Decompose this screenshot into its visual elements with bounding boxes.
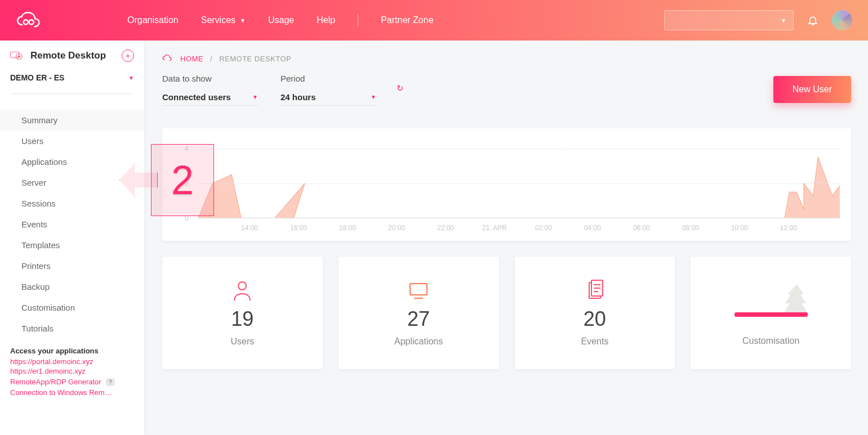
sidebar-nav: Summary Users Applications Server Sessio…	[0, 110, 144, 339]
sidebar-link-rdpgen[interactable]: RemoteApp/RDP Generator	[10, 378, 101, 386]
add-button[interactable]: +	[122, 50, 134, 62]
nav-organisation[interactable]: Organisation	[127, 15, 179, 25]
x-ticks: 14:0016:0018:0020:0022:0021. APR02:0004:…	[198, 224, 840, 235]
y-tick: 0	[185, 214, 189, 222]
refresh-icon[interactable]: ↻	[397, 83, 404, 93]
x-tick: 04:00	[584, 224, 601, 232]
x-tick: 21. APR	[482, 224, 507, 232]
x-tick: 12:00	[780, 224, 797, 232]
sidebar-org-value: DEMO ER - ES	[10, 73, 64, 82]
top-context-select[interactable]: ▼	[664, 10, 794, 30]
divider	[10, 93, 132, 94]
sidebar-title: Remote Desktop	[30, 50, 115, 61]
chevron-down-icon: ▼	[252, 94, 258, 100]
chart-panel: 14:0016:0018:0020:0022:0021. APR02:0004:…	[162, 128, 851, 241]
sidebar-header: Remote Desktop +	[0, 50, 144, 73]
filter-period-select[interactable]: 24 hours ▼	[281, 89, 376, 106]
nav-help[interactable]: Help	[317, 15, 335, 25]
svg-point-1	[29, 20, 34, 24]
chevron-down-icon: ▼	[128, 75, 134, 81]
brand-logo	[16, 11, 45, 30]
breadcrumb-current: REMOTE DESKTOP	[219, 55, 291, 63]
breadcrumb-sep: /	[210, 55, 212, 63]
card-customisation[interactable]: Customisation	[691, 257, 851, 369]
x-tick: 18:00	[339, 224, 356, 232]
chevron-down-icon: ▼	[781, 17, 786, 24]
breadcrumb-home[interactable]: HOME	[180, 55, 203, 63]
x-tick: 10:00	[731, 224, 748, 232]
nav-separator	[358, 14, 358, 26]
svg-rect-5	[410, 284, 427, 295]
card-users-value: 19	[231, 307, 253, 331]
card-apps-label: Applications	[394, 337, 443, 347]
card-events-value: 20	[584, 307, 606, 331]
sidebar-item-backup[interactable]: Backup	[0, 276, 144, 297]
filter-data: Data to show Connected users ▼	[162, 74, 258, 106]
x-axis	[198, 218, 840, 218]
sidebar-item-printers[interactable]: Printers	[0, 255, 144, 276]
filter-data-select[interactable]: Connected users ▼	[162, 89, 258, 106]
breadcrumb: HOME / REMOTE DESKTOP	[162, 54, 851, 64]
chart-area	[198, 140, 840, 218]
remote-desktop-icon	[10, 50, 24, 62]
sidebar-link-portal[interactable]: https://portal.demoinc.xyz	[10, 357, 128, 366]
nav-usage[interactable]: Usage	[268, 15, 294, 25]
card-users[interactable]: 19 Users	[162, 257, 323, 369]
y-tick: 4	[185, 145, 189, 153]
card-events[interactable]: 20 Events	[515, 257, 675, 369]
sidebar-item-sessions[interactable]: Sessions	[0, 193, 144, 214]
sidebar-link-winrem[interactable]: Connection to Windows Rem…	[10, 388, 128, 397]
sidebar-item-tutorials[interactable]: Tutorials	[0, 318, 144, 339]
help-icon[interactable]: ?	[106, 378, 115, 386]
x-tick: 20:00	[388, 224, 405, 232]
svg-point-4	[238, 282, 246, 290]
grid-line	[198, 183, 840, 184]
sidebar-item-customisation[interactable]: Customisation	[0, 297, 144, 318]
topbar: Organisation Services ▼ Usage Help Partn…	[0, 0, 868, 41]
sidebar: Remote Desktop + DEMO ER - ES ▼ Summary …	[0, 41, 144, 435]
card-customisation-label: Customisation	[742, 336, 799, 346]
chevron-down-icon: ▼	[240, 17, 246, 24]
tree-icon	[784, 284, 810, 318]
document-icon	[584, 279, 606, 302]
grid-line	[198, 149, 840, 149]
filters-row: Data to show Connected users ▼ Period 24…	[162, 74, 851, 106]
cloud-icon	[162, 54, 173, 64]
nav-partner-zone[interactable]: Partner Zone	[381, 15, 433, 25]
chevron-down-icon: ▼	[371, 94, 376, 100]
card-events-label: Events	[581, 337, 608, 347]
sidebar-item-applications[interactable]: Applications	[0, 151, 144, 172]
new-user-button[interactable]: New User	[773, 76, 851, 103]
chart-svg	[198, 140, 840, 218]
sidebar-item-summary[interactable]: Summary	[0, 110, 144, 131]
x-tick: 16:00	[290, 224, 307, 232]
filter-data-label: Data to show	[162, 74, 258, 83]
x-tick: 06:00	[633, 224, 650, 232]
sidebar-link-er1[interactable]: https://er1.demoinc.xyz	[10, 367, 128, 375]
x-tick: 08:00	[682, 224, 699, 232]
y-tick: 2	[185, 180, 189, 187]
card-users-label: Users	[230, 337, 254, 347]
customisation-illustration	[735, 280, 808, 325]
bell-icon[interactable]	[807, 14, 818, 27]
sidebar-org-select[interactable]: DEMO ER - ES ▼	[0, 73, 144, 88]
sidebar-item-users[interactable]: Users	[0, 131, 144, 151]
top-nav: Organisation Services ▼ Usage Help Partn…	[127, 14, 434, 26]
user-icon	[231, 279, 253, 302]
sidebar-item-templates[interactable]: Templates	[0, 235, 144, 255]
main: HOME / REMOTE DESKTOP Data to show Conne…	[144, 41, 868, 435]
x-tick: 22:00	[437, 224, 454, 232]
topbar-right: ▼	[664, 10, 852, 30]
page-body: Remote Desktop + DEMO ER - ES ▼ Summary …	[0, 41, 868, 435]
filter-period-label: Period	[281, 74, 376, 83]
avatar[interactable]	[832, 10, 852, 30]
nav-services[interactable]: Services ▼	[201, 15, 246, 25]
svg-point-0	[24, 20, 28, 24]
stat-cards: 19 Users 27 Applications 20 Events	[162, 257, 851, 369]
card-applications[interactable]: 27 Applications	[339, 257, 499, 369]
sidebar-item-events[interactable]: Events	[0, 214, 144, 235]
x-tick: 14:00	[241, 224, 258, 232]
filter-data-value: Connected users	[162, 92, 231, 102]
sidebar-access-links: Access your applications https://portal.…	[0, 347, 144, 398]
sidebar-item-server[interactable]: Server	[0, 172, 144, 193]
